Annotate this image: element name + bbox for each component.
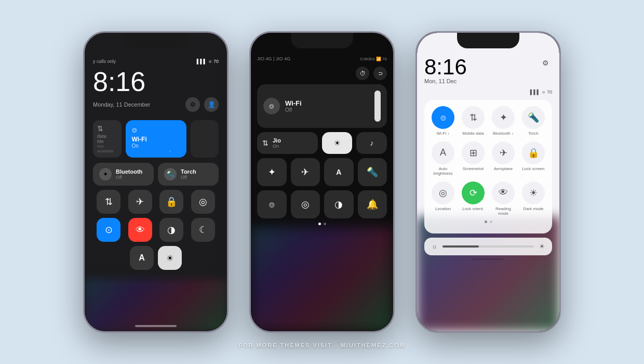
- phone-3-lockscreen-ctrl[interactable]: 🔒 Lock screen: [521, 141, 546, 176]
- phone-3-darkmode-ctrl[interactable]: ☀ Dark mode: [521, 181, 546, 216]
- phone-1-settings-icon[interactable]: ⚙: [185, 97, 200, 112]
- phone-2-bluetooth-btn[interactable]: ✦: [257, 158, 287, 186]
- phone-2-wifi-label: Wi-Fi: [285, 99, 302, 107]
- phone-2-brightness-card[interactable]: ☀: [322, 132, 353, 154]
- phone-1-data-toggle[interactable]: ⇅: [97, 190, 120, 214]
- phone-3-reading-ctrl[interactable]: 👁 Reading mode: [491, 181, 516, 216]
- phone-3-aeroplane-circle: ✈: [492, 141, 515, 164]
- phone-1-user-icon[interactable]: 👤: [204, 97, 219, 112]
- phone-2-grid-row2: ⌾ ◎ ◑ 🔔: [257, 190, 387, 218]
- phone-1-lock-button[interactable]: 🔒: [159, 190, 183, 214]
- phone-2-bell-btn[interactable]: 🔔: [358, 190, 387, 218]
- phone-2-cast-icon[interactable]: ⊃: [373, 67, 387, 80]
- phone-3-lockscreen-circle: 🔒: [522, 141, 545, 164]
- phone-3-wifi-circle: ⌾: [432, 106, 454, 129]
- phone-2-jio-sub: On: [273, 144, 281, 149]
- phone-1-icon-row-1: ⇅ ✈ 🔒 ◎: [93, 190, 219, 214]
- phone-3-wifi-status: ⌾: [542, 89, 545, 95]
- phone-3-darkmode-circle: ☀: [522, 181, 545, 204]
- phone-3-lockscreen-label: Lock screen: [522, 166, 544, 172]
- phone-3-gear-icon[interactable]: ⚙: [539, 56, 552, 70]
- phone-3-dot-1: [485, 220, 487, 223]
- phone-2-wifi-sub: Off: [285, 107, 302, 113]
- phone-1-eye-button[interactable]: 👁: [128, 218, 152, 242]
- phone-3-slider-fill: [442, 245, 479, 248]
- phone-1-statusbar: y calls only ▌▌▌ ⌾ 70: [93, 59, 219, 64]
- phone-3-torch-ctrl[interactable]: 🔦 Torch: [521, 106, 546, 136]
- phone-3-mobile-ctrl[interactable]: ⇅ Mobile data: [461, 106, 486, 136]
- phone-3-lockorient-label: Lock orient.: [462, 206, 484, 212]
- phone-3-battery-icon: 70: [547, 89, 552, 95]
- phone-3-page-dots: [431, 220, 546, 223]
- phone-2-font-btn[interactable]: A: [324, 158, 354, 186]
- phone-3-bluetooth-ctrl-label: Bluetooth ↓: [493, 131, 514, 136]
- phone-3-slider-track: [442, 245, 534, 248]
- phone-1-bluetooth-button[interactable]: ✦ Bluetooth Off: [93, 163, 154, 186]
- phone-1-location-button[interactable]: ◎: [191, 190, 215, 214]
- phone-1: y calls only ▌▌▌ ⌾ 70 8:16 Monday, 11 De…: [83, 31, 229, 333]
- phone-3-bluetooth-ctrl[interactable]: ✦ Bluetooth ↓: [491, 106, 516, 136]
- phone-3-aeroplane-ctrl[interactable]: ✈ Aeroplane: [491, 141, 516, 176]
- phone-3-header: 8:16 Mon, 11 Dec ⚙: [424, 56, 552, 86]
- phone-3-home-handle: [473, 258, 504, 260]
- phone-1-icon-row-2: ⊙ 👁 ◑ ☾: [93, 218, 219, 242]
- phone-3-reading-label: Reading mode: [491, 206, 516, 216]
- phone-2-page-dots: [257, 223, 387, 225]
- phone-1-airplane-button[interactable]: ✈: [128, 190, 152, 214]
- phone-3-bluetooth-circle: ✦: [492, 106, 515, 129]
- phone-1-torch-button[interactable]: 🔦 Torch Off: [158, 163, 219, 186]
- phone-3-time: 8:16: [424, 56, 467, 78]
- phone-3-grid-row2: A Auto brightness ⊞ Screenshot ✈ Aeropla…: [431, 141, 546, 176]
- phone-2-dot-1: [318, 223, 321, 225]
- phone-2-airplane-btn[interactable]: ✈: [291, 158, 320, 186]
- phone-2-music-card[interactable]: ♪: [356, 132, 387, 154]
- phone-2-timer-icon[interactable]: ⏱: [356, 67, 369, 80]
- phone-1-theme-button[interactable]: ◑: [159, 218, 183, 242]
- phone-2-location-btn[interactable]: ◎: [291, 190, 320, 218]
- phone-2-row2: ⇅ Jio On ☀ ♪: [257, 132, 387, 154]
- phone-3-autobright-ctrl[interactable]: A Auto brightness: [431, 141, 455, 176]
- phone-1-vpn-button[interactable]: ⊙: [97, 218, 120, 242]
- phone-1-signal: ▌▌▌: [197, 59, 207, 64]
- phone-2-jio-label: Jio: [273, 137, 281, 144]
- scene: y calls only ▌▌▌ ⌾ 70 8:16 Monday, 11 De…: [83, 31, 561, 333]
- phone-1-screen: y calls only ▌▌▌ ⌾ 70 8:16 Monday, 11 De…: [85, 33, 227, 331]
- phone-1-wifi-label: Wi-Fi: [132, 136, 180, 143]
- phone-2-jio-card[interactable]: ⇅ Jio On: [257, 132, 318, 154]
- phone-3-signal-icon: ▌▌▌: [530, 89, 540, 95]
- phone-2-invert-btn[interactable]: ◑: [324, 190, 354, 218]
- phone-2-wifi-btn2[interactable]: ⌾: [257, 190, 287, 218]
- phone-3-brightness-slider[interactable]: ☼ ☀: [424, 238, 552, 255]
- phone-2-brightness-slider[interactable]: [374, 90, 381, 122]
- phone-3-status-row: ▌▌▌ ⌾ 70: [424, 89, 552, 95]
- phone-1-wifi-button[interactable]: ⌾ Wi-Fi On ›: [126, 120, 186, 158]
- phone-1-data-box[interactable]: ⇅ data Mo Not available: [93, 120, 122, 158]
- phone-1-wifi-icon: ⌾: [209, 59, 211, 64]
- phone-3-lockorient-ctrl[interactable]: ⟳ Lock orient.: [461, 181, 486, 216]
- phone-2: JIO 4G | JIO 4G 0.0KB/s 📶 70 ⏱ ⊃ ⌾: [249, 31, 395, 333]
- phone-3-location-label: Location: [435, 206, 451, 212]
- phone-3-location-ctrl[interactable]: ◎ Location: [431, 181, 455, 216]
- phone-1-torch-icon: 🔦: [164, 168, 177, 180]
- phone-3-torch-circle: 🔦: [522, 106, 545, 129]
- phone-1-torch-sub: Off: [181, 175, 196, 180]
- phone-1-font-button[interactable]: A: [130, 246, 154, 270]
- phone-2-torch-btn[interactable]: 🔦: [358, 158, 387, 186]
- phone-1-status-left: y calls only: [93, 59, 116, 64]
- phone-1-moon-button[interactable]: ☾: [191, 218, 215, 242]
- phone-3-bright-low-icon: ☼: [432, 243, 437, 250]
- phone-2-dot-2: [324, 223, 326, 225]
- phone-3-autobright-label: Auto brightness: [431, 166, 455, 176]
- phone-3-screenshot-ctrl[interactable]: ⊞ Screenshot: [461, 141, 486, 176]
- phone-3-screen: 8:16 Mon, 11 Dec ⚙ ▌▌▌ ⌾ 70: [417, 33, 559, 331]
- phone-1-brightness-button[interactable]: ☀: [158, 246, 182, 270]
- phone-1-mo-label: Mo: [97, 139, 117, 144]
- phone-2-screen: JIO 4G | JIO 4G 0.0KB/s 📶 70 ⏱ ⊃ ⌾: [251, 33, 393, 331]
- phone-2-wifi-card[interactable]: ⌾ Wi-Fi Off: [257, 84, 387, 128]
- phone-2-jio-icon: ⇅: [262, 139, 269, 147]
- phone-3-screenshot-label: Screenshot: [463, 166, 484, 172]
- phone-3-grid-row3: ◎ Location ⟳ Lock orient. 👁 Reading mode: [431, 181, 546, 216]
- phone-1-wifi-sub: On: [132, 143, 180, 149]
- phone-1-bluetooth-sub: Off: [116, 175, 142, 180]
- phone-3-wifi-ctrl[interactable]: ⌾ Wi-Fi ↓: [431, 106, 455, 136]
